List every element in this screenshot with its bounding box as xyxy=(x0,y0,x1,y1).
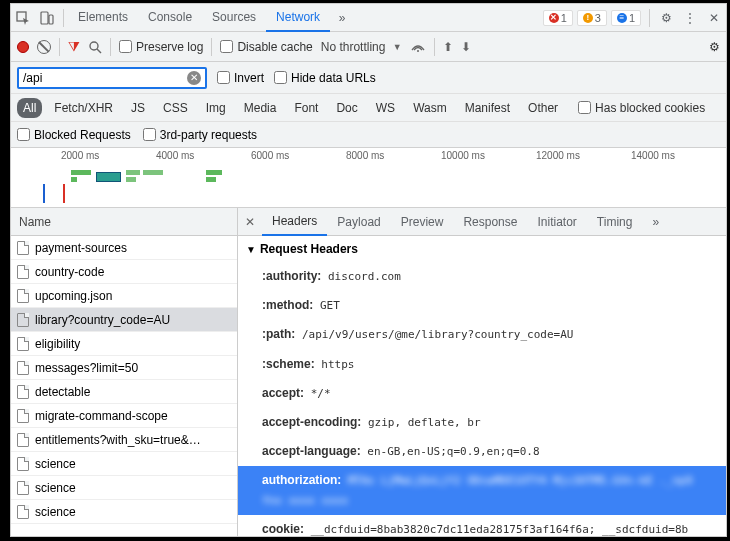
header-row[interactable]: accept-encoding: gzip, deflate, br xyxy=(238,408,726,437)
filter-input[interactable] xyxy=(23,71,187,85)
type-ws[interactable]: WS xyxy=(370,98,401,118)
svg-rect-1 xyxy=(41,12,48,24)
timeline-tick: 8000 ms xyxy=(346,150,384,161)
header-row[interactable]: :path: /api/v9/users/@me/library?country… xyxy=(238,320,726,349)
timeline-overview[interactable]: 2000 ms4000 ms6000 ms8000 ms10000 ms1200… xyxy=(11,148,726,208)
request-row[interactable]: eligibility xyxy=(11,332,237,356)
header-key: :method: xyxy=(262,298,313,312)
disable-cache-checkbox[interactable]: Disable cache xyxy=(220,40,312,54)
timeline-tick: 14000 ms xyxy=(631,150,675,161)
header-key: :authority: xyxy=(262,269,321,283)
header-row[interactable]: :authority: discord.com xyxy=(238,262,726,291)
file-icon xyxy=(17,481,29,495)
detail-tab-response[interactable]: Response xyxy=(453,208,527,235)
export-har-icon[interactable]: ⬇ xyxy=(461,40,471,54)
header-row[interactable]: accept-language: en-GB,en-US;q=0.9,en;q=… xyxy=(238,437,726,466)
request-row[interactable]: country-code xyxy=(11,260,237,284)
warning-pill[interactable]: !3 xyxy=(577,10,607,26)
record-button[interactable] xyxy=(17,41,29,53)
detail-tab-payload[interactable]: Payload xyxy=(327,208,390,235)
filter-icon[interactable]: ⧩ xyxy=(68,38,80,55)
header-row[interactable]: :method: GET xyxy=(238,291,726,320)
type-manifest[interactable]: Manifest xyxy=(459,98,516,118)
request-row[interactable]: messages?limit=50 xyxy=(11,356,237,380)
hide-data-urls-checkbox[interactable]: Hide data URLs xyxy=(274,71,376,85)
tab-network[interactable]: Network xyxy=(266,4,330,32)
request-row[interactable]: science xyxy=(11,500,237,524)
device-icon[interactable] xyxy=(35,5,59,31)
request-name: science xyxy=(35,481,76,495)
more-tabs-icon[interactable]: » xyxy=(330,5,354,31)
header-value: __dcfduid=8bab3820c7dc11eda28175f3af164f… xyxy=(304,523,688,536)
clear-button[interactable] xyxy=(37,40,51,54)
header-row[interactable]: :scheme: https xyxy=(238,350,726,379)
header-row[interactable]: cookie: __dcfduid=8bab3820c7dc11eda28175… xyxy=(238,515,726,536)
error-count: 1 xyxy=(561,12,567,24)
header-key: accept-encoding: xyxy=(262,415,361,429)
header-row[interactable]: accept: */* xyxy=(238,379,726,408)
type-img[interactable]: Img xyxy=(200,98,232,118)
import-har-icon[interactable]: ⬆ xyxy=(443,40,453,54)
invert-checkbox[interactable]: Invert xyxy=(217,71,264,85)
type-font[interactable]: Font xyxy=(288,98,324,118)
search-icon[interactable] xyxy=(88,40,102,54)
header-value: en-GB,en-US;q=0.9,en;q=0.8 xyxy=(361,445,540,458)
request-name: eligibility xyxy=(35,337,80,351)
request-name: science xyxy=(35,457,76,471)
message-pill[interactable]: ≡1 xyxy=(611,10,641,26)
throttling-select[interactable]: No throttling ▼ xyxy=(321,40,402,54)
third-party-checkbox[interactable]: 3rd-party requests xyxy=(143,128,257,142)
kebab-icon[interactable]: ⋮ xyxy=(678,5,702,31)
network-conditions-icon[interactable] xyxy=(410,40,426,54)
file-icon xyxy=(17,337,29,351)
svg-line-4 xyxy=(97,49,101,53)
request-headers-section[interactable]: ▼Request Headers xyxy=(238,236,726,262)
type-css[interactable]: CSS xyxy=(157,98,194,118)
type-other[interactable]: Other xyxy=(522,98,564,118)
type-all[interactable]: All xyxy=(17,98,42,118)
blocked-requests-checkbox[interactable]: Blocked Requests xyxy=(17,128,131,142)
inspect-icon[interactable] xyxy=(11,5,35,31)
type-doc[interactable]: Doc xyxy=(330,98,363,118)
error-pill[interactable]: ✕1 xyxy=(543,10,573,26)
close-devtools-icon[interactable]: ✕ xyxy=(702,5,726,31)
request-name: messages?limit=50 xyxy=(35,361,138,375)
request-row[interactable]: upcoming.json xyxy=(11,284,237,308)
header-row[interactable]: authorization: MTAx LjMwLjQxLjY2 ODcwMDE… xyxy=(238,466,726,514)
clear-filter-icon[interactable]: ✕ xyxy=(187,71,201,85)
request-row[interactable]: payment-sources xyxy=(11,236,237,260)
type-wasm[interactable]: Wasm xyxy=(407,98,453,118)
more-detail-tabs-icon[interactable]: » xyxy=(642,208,669,235)
timeline-tick: 10000 ms xyxy=(441,150,485,161)
detail-tab-initiator[interactable]: Initiator xyxy=(527,208,586,235)
type-js[interactable]: JS xyxy=(125,98,151,118)
detail-tab-headers[interactable]: Headers xyxy=(262,209,327,236)
request-row[interactable]: library?country_code=AU xyxy=(11,308,237,332)
tab-console[interactable]: Console xyxy=(138,4,202,31)
detail-tab-preview[interactable]: Preview xyxy=(391,208,454,235)
type-media[interactable]: Media xyxy=(238,98,283,118)
message-count: 1 xyxy=(629,12,635,24)
request-row[interactable]: detectable xyxy=(11,380,237,404)
request-row[interactable]: science xyxy=(11,476,237,500)
file-icon xyxy=(17,265,29,279)
name-column-header[interactable]: Name xyxy=(11,208,237,236)
request-name: country-code xyxy=(35,265,104,279)
has-blocked-cookies-checkbox[interactable]: Has blocked cookies xyxy=(578,101,705,115)
settings-icon[interactable]: ⚙ xyxy=(654,5,678,31)
close-detail-icon[interactable]: ✕ xyxy=(238,215,262,229)
type-fetchxhr[interactable]: Fetch/XHR xyxy=(48,98,119,118)
request-row[interactable]: migrate-command-scope xyxy=(11,404,237,428)
network-settings-icon[interactable]: ⚙ xyxy=(709,40,720,54)
svg-point-5 xyxy=(417,50,419,52)
preserve-log-checkbox[interactable]: Preserve log xyxy=(119,40,203,54)
tab-sources[interactable]: Sources xyxy=(202,4,266,31)
filter-input-wrap: ✕ xyxy=(17,67,207,89)
header-value: GET xyxy=(313,299,340,312)
header-key: cookie: xyxy=(262,522,304,536)
detail-tab-timing[interactable]: Timing xyxy=(587,208,643,235)
request-row[interactable]: entitlements?with_sku=true&… xyxy=(11,428,237,452)
tab-elements[interactable]: Elements xyxy=(68,4,138,31)
request-row[interactable]: science xyxy=(11,452,237,476)
request-name: payment-sources xyxy=(35,241,127,255)
